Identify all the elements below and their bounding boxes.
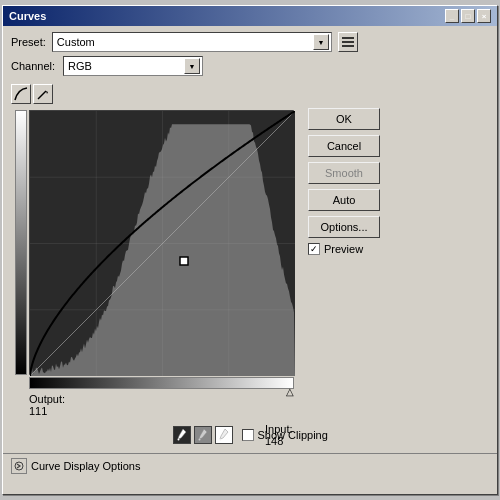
curves-dialog: Curves _ □ × Preset: Custom ▼ [2,5,498,495]
curves-menu-button[interactable] [338,32,358,52]
preset-label: Preset: [11,36,46,48]
pencil-tool-button[interactable] [33,84,53,104]
display-options-label: Curve Display Options [31,460,140,472]
eyedropper-gray-icon [197,428,209,442]
svg-line-3 [38,91,46,99]
curve-tool-button[interactable] [11,84,31,104]
maximize-button[interactable]: □ [461,9,475,23]
right-panel: OK Cancel Smooth Auto Options... ✓ Previ… [308,108,380,417]
auto-button[interactable]: Auto [308,189,380,211]
preview-row: ✓ Preview [308,243,380,255]
curve-icon [14,87,28,101]
output-label: Output: [29,393,65,405]
output-value: 111 [29,405,65,417]
curve-canvas [30,111,295,376]
gray-point-eyedropper[interactable] [194,426,212,444]
show-clipping-checkbox[interactable] [242,429,254,441]
eyedropper-white-icon [218,428,230,442]
channel-arrow[interactable]: ▼ [184,58,200,74]
curve-tools [11,84,294,104]
output-block: Output: 111 [29,393,65,417]
input-gradient-bar [29,377,294,389]
eyedropper-black-icon [176,428,188,442]
output-gradient-bar [15,110,27,375]
close-button[interactable]: × [477,9,491,23]
title-controls: _ □ × [445,9,491,23]
main-area: △ Output: 111 OK Cancel Smooth Auto [3,78,497,423]
sample-tools: Show Clipping [173,426,328,444]
svg-point-7 [219,439,221,441]
show-clipping-label: Show Clipping [258,429,328,441]
canvas-container: △ [29,110,294,375]
preview-label: Preview [324,243,363,255]
ok-button[interactable]: OK [308,108,380,130]
menu-icon [341,35,355,49]
channel-row: Channel: RGB ▼ [11,56,489,76]
window-title: Curves [9,10,46,22]
preset-select[interactable]: Custom ▼ [52,32,332,52]
pencil-icon [36,87,50,101]
expand-display-options-button[interactable] [11,458,27,474]
options-button[interactable]: Options... [308,216,380,238]
channel-label: Channel: [11,60,55,72]
smooth-button[interactable]: Smooth [308,162,380,184]
minimize-button[interactable]: _ [445,9,459,23]
preset-value: Custom [57,36,95,48]
check-icon: ✓ [310,244,318,254]
channel-value: RGB [68,60,92,72]
preview-checkbox[interactable]: ✓ [308,243,320,255]
white-point-eyedropper[interactable] [215,426,233,444]
channel-select[interactable]: RGB ▼ [63,56,203,76]
canvas-area: △ Output: 111 [11,84,294,417]
footer-row: Curve Display Options [3,453,497,478]
svg-point-5 [177,439,179,441]
chevron-right-icon [14,461,24,471]
triangle-icon: △ [286,386,294,397]
cancel-button[interactable]: Cancel [308,135,380,157]
bottom-tools: Input: 148 [3,423,497,447]
black-point-eyedropper[interactable] [173,426,191,444]
chevron-down-icon: ▼ [189,63,196,70]
show-clipping-row: Show Clipping [242,429,328,441]
preset-row: Preset: Custom ▼ [11,32,489,52]
curves-canvas[interactable] [29,110,294,375]
io-labels: Output: 111 [29,393,294,417]
svg-point-6 [198,439,200,441]
svg-marker-4 [46,91,48,94]
chevron-down-icon: ▼ [317,39,324,46]
preset-arrow[interactable]: ▼ [313,34,329,50]
title-bar: Curves _ □ × [3,6,497,26]
